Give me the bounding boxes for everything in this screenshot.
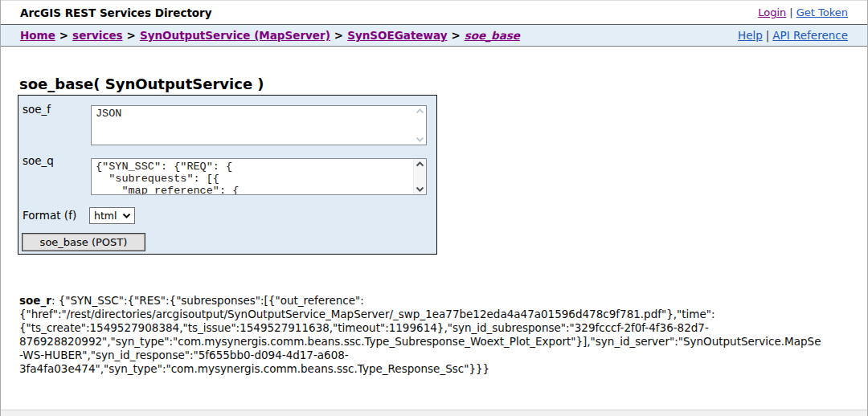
breadcrumb-link-synoutputservice-mapserver[interactable]: SynOutputService (MapServer) — [140, 29, 330, 42]
breadcrumb-link-services[interactable]: services — [72, 29, 122, 42]
breadcrumb-bar: Home>services>SynOutputService (MapServe… — [1, 24, 867, 47]
top-header-bar: ArcGIS REST Services Directory Login|Get… — [1, 1, 867, 24]
response-text: {"SYN_SSC":{"RES":{"subresponses":[{"out… — [59, 294, 364, 307]
login-link[interactable]: Login — [758, 6, 786, 18]
window-top-edge — [0, 0, 868, 1]
breadcrumb-separator: > — [123, 29, 140, 42]
format-select[interactable]: html — [89, 207, 135, 224]
breadcrumb-separator: > — [447, 29, 464, 42]
doc-links: Help|API Reference — [738, 29, 848, 42]
breadcrumb-separator: > — [330, 29, 347, 42]
app-title: ArcGIS REST Services Directory — [20, 6, 212, 19]
breadcrumb-separator: > — [55, 29, 72, 42]
soe-base-post-button[interactable]: soe_base (POST) — [22, 233, 145, 251]
window-left-edge — [0, 0, 1, 416]
soe-q-label: soe_q — [23, 154, 54, 167]
breadcrumb-link-synsoegateway[interactable]: SynSOEGateway — [347, 29, 447, 42]
api-reference-link[interactable]: API Reference — [772, 29, 848, 42]
scroll-up-icon[interactable] — [416, 161, 424, 167]
soe-f-input[interactable]: JSON — [92, 106, 412, 145]
response-line: -WS-HUBER","syn_id_response":"5f655bb0-d… — [19, 349, 821, 362]
get-token-link[interactable]: Get Token — [796, 6, 848, 18]
scroll-down-icon[interactable] — [416, 137, 424, 142]
auth-links-separator: | — [786, 6, 796, 18]
response-line: 3fa4fa03e474","syn_type":"com.mysynergis… — [19, 362, 821, 376]
response-line: 876928820992","syn_type":"com.mysynergis… — [19, 335, 821, 349]
soe-f-field-wrap: JSON — [91, 105, 427, 145]
soe-q-input[interactable]: {"SYN_SSC": {"REQ": { "subrequests": [{ … — [92, 159, 412, 194]
response-line: {"href":"/rest/directories/arcgisoutput/… — [19, 308, 821, 321]
breadcrumb-link-home[interactable]: Home — [20, 29, 55, 42]
soe-f-label: soe_f — [23, 103, 51, 116]
breadcrumb: Home>services>SynOutputService (MapServe… — [20, 29, 520, 42]
page-title: soe_base( SynOutputService ) — [19, 75, 264, 92]
doc-links-separator: | — [763, 29, 773, 42]
window-bottom-bar — [1, 410, 867, 416]
response-line: {"ts_create":1549527908384,"ts_issue":15… — [19, 321, 821, 335]
soe-f-scrollbar[interactable] — [413, 106, 426, 145]
auth-links: Login|Get Token — [758, 6, 848, 18]
scroll-down-icon[interactable] — [416, 186, 424, 192]
format-selected-value: html — [94, 210, 117, 222]
format-label: Format (f) — [23, 209, 76, 222]
scroll-up-icon[interactable] — [416, 108, 424, 114]
response-output: soe_r: {"SYN_SSC":{"RES":{"subresponses"… — [19, 294, 821, 376]
soe-q-scrollbar[interactable] — [413, 159, 426, 194]
soe-q-field-wrap: {"SYN_SSC": {"REQ": { "subrequests": [{ … — [91, 158, 427, 195]
dropdown-arrow-icon — [122, 213, 131, 218]
soe-base-form: soe_f JSON soe_q {"SYN_SSC": {"REQ": { "… — [18, 95, 437, 255]
response-separator: : — [51, 294, 59, 307]
response-param-name: soe_r — [19, 294, 51, 307]
breadcrumb-current-soe-base[interactable]: soe_base — [465, 29, 520, 42]
help-link[interactable]: Help — [738, 29, 763, 42]
response-line: soe_r: {"SYN_SSC":{"RES":{"subresponses"… — [19, 294, 821, 308]
